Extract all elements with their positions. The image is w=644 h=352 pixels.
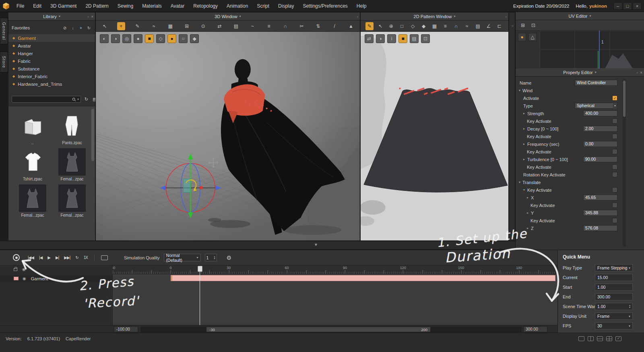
- show-silhouette-icon[interactable]: ◑: [376, 34, 385, 43]
- select-type[interactable]: Spherical▾: [575, 103, 617, 109]
- username[interactable]: yukinon: [589, 4, 607, 8]
- input-scene-time-warp[interactable]: 1.00▴▾: [595, 303, 633, 310]
- menu-item-2d-pattern[interactable]: 2D Pattern: [81, 0, 113, 12]
- app-logo-icon[interactable]: [0, 0, 12, 12]
- library-item-hardware-and-trims[interactable]: ◆Hardware_and_Trims: [8, 80, 95, 88]
- select-fps[interactable]: 30▾: [595, 322, 633, 329]
- uv-transform-tool-icon[interactable]: ⊞: [519, 21, 527, 29]
- pin-icon[interactable]: ▫: [637, 70, 638, 75]
- checkbox-key-activate[interactable]: [612, 118, 617, 124]
- expand-icon[interactable]: ▸: [527, 211, 531, 215]
- expand-icon[interactable]: ▸: [523, 157, 527, 161]
- menu-item-materials[interactable]: Materials: [138, 0, 166, 12]
- expand-icon[interactable]: ▸: [527, 196, 531, 199]
- spin-down-icon[interactable]: ▾: [214, 258, 215, 260]
- trace-tool-icon[interactable]: ∩: [452, 22, 460, 30]
- track-color-swatch[interactable]: [14, 277, 19, 280]
- refresh-icon[interactable]: ↻: [83, 96, 89, 102]
- spin-down-icon[interactable]: ▾: [629, 306, 630, 309]
- layout-current-icon[interactable]: [615, 336, 621, 341]
- uv-plane-icon[interactable]: △: [528, 33, 537, 41]
- mesh-view-icon[interactable]: ◎: [122, 34, 131, 43]
- uv-canvas[interactable]: 1: [540, 31, 644, 68]
- go-to-start-button[interactable]: |◀◀: [28, 255, 34, 260]
- layout-two-pane-icon[interactable]: [588, 336, 594, 341]
- textured-avatar-view-icon[interactable]: ●: [167, 34, 176, 43]
- capture-icon[interactable]: [101, 255, 108, 260]
- expand-icon[interactable]: ▸: [523, 112, 527, 115]
- garment-track-bar[interactable]: [171, 275, 555, 281]
- monochrome-avatar-view-icon[interactable]: ○: [179, 34, 188, 43]
- timeline-ruler[interactable]: -300306090120150180: [113, 265, 557, 274]
- transform-gizmo-tool-icon[interactable]: +: [117, 22, 125, 30]
- range-start-input[interactable]: -100.00: [114, 326, 138, 332]
- pin-tool-icon[interactable]: ⊙: [199, 22, 207, 30]
- menu-item-retopology[interactable]: Retopology: [189, 0, 222, 12]
- search-box[interactable]: ▾: [12, 96, 81, 103]
- chevron-down-icon[interactable]: ▾: [59, 14, 60, 18]
- pin-icon[interactable]: ▫: [88, 14, 89, 19]
- measure-tool-icon[interactable]: ≡: [265, 22, 273, 30]
- sync-icon[interactable]: ↻: [86, 25, 92, 31]
- layout-horizontal-split-icon[interactable]: [597, 336, 603, 341]
- collapse-panel-icon[interactable]: ▼: [314, 242, 318, 247]
- slash-tool-icon[interactable]: /: [330, 22, 339, 30]
- loop-playback-button[interactable]: ↻: [75, 255, 78, 260]
- library-thumbnail[interactable]: Femal...zpac: [14, 184, 51, 217]
- playhead-handle[interactable]: [198, 266, 202, 272]
- expand-arrow-icon[interactable]: →: [510, 23, 514, 240]
- record-button[interactable]: [13, 254, 20, 261]
- step-size-input[interactable]: 1 ▴▾: [205, 254, 217, 261]
- checkbox-activate[interactable]: ✓: [612, 95, 617, 101]
- dart-tool-icon[interactable]: ◆: [420, 22, 428, 30]
- download-icon[interactable]: ↓: [70, 25, 76, 31]
- eye-icon[interactable]: ◉: [22, 267, 26, 271]
- menu-item-animation[interactable]: Animation: [222, 0, 252, 12]
- transform-pattern-tool-icon[interactable]: ✎: [365, 22, 374, 30]
- pin-icon[interactable]: ▫: [505, 14, 507, 19]
- library-thumbnail[interactable]: Tshirt.zpac: [14, 148, 51, 181]
- thick-textured-view-icon[interactable]: ●: [134, 34, 142, 43]
- playback-speed-button[interactable]: 1X: [84, 255, 88, 260]
- pattern-info-icon[interactable]: i: [387, 34, 396, 43]
- chevron-down-icon[interactable]: ▾: [239, 14, 241, 18]
- input-frequency-sec[interactable]: 0.00: [583, 141, 617, 147]
- close-icon[interactable]: ×: [91, 14, 93, 19]
- menu-item-display[interactable]: Display: [274, 0, 298, 12]
- angle-tool-icon[interactable]: ∠: [485, 22, 493, 30]
- avatar-pose-tool-icon[interactable]: ▲: [347, 22, 355, 30]
- add-point-tool-icon[interactable]: ⊕: [387, 22, 395, 30]
- pen-3d-tool-icon[interactable]: ✎: [134, 22, 142, 30]
- library-item-interior-fabric[interactable]: ◆Interior_Fabric: [8, 72, 95, 80]
- checkbox-rotation-key-activate[interactable]: [612, 172, 617, 177]
- shaded-surface-view-icon[interactable]: ◐: [100, 34, 109, 43]
- edit-pattern-tool-icon[interactable]: ↖: [376, 22, 384, 30]
- textured-surface-view-icon[interactable]: ◑: [111, 34, 120, 43]
- updown-arrange-icon[interactable]: ⇅: [314, 22, 322, 30]
- go-to-end-button[interactable]: ▶▶|: [64, 255, 70, 260]
- uv-stamp-tool-icon[interactable]: ⊡: [529, 21, 537, 29]
- uv-sphere-icon[interactable]: ●: [518, 33, 526, 41]
- show-base-line-icon[interactable]: ▤: [410, 34, 419, 43]
- magnet-tool-icon[interactable]: ∩: [281, 22, 289, 30]
- spinner-arrows[interactable]: ▴▾: [629, 304, 630, 309]
- menu-item-3d-garment[interactable]: 3D Garment: [46, 0, 81, 12]
- input-x[interactable]: 45.65: [583, 195, 617, 201]
- arrangement-points-icon[interactable]: ⊞: [183, 22, 191, 30]
- collapse-icon[interactable]: ▾: [523, 188, 527, 192]
- select-play-type[interactable]: Frame Stepping▾: [595, 264, 633, 271]
- show-3d-pattern-icon[interactable]: ■: [145, 34, 154, 43]
- sync-2d-icon[interactable]: ⇄: [365, 34, 374, 43]
- spinner-arrows[interactable]: ▴▾: [214, 256, 215, 260]
- input-strength[interactable]: 400.00: [583, 110, 617, 116]
- minimize-button[interactable]: –: [613, 2, 622, 10]
- expand-icon[interactable]: ▸: [527, 226, 531, 230]
- grading-tool-icon[interactable]: ▦: [430, 22, 438, 30]
- add-favorite-icon[interactable]: +: [78, 25, 84, 31]
- show-pressure-icon[interactable]: ◆: [190, 34, 199, 43]
- previous-frame-button[interactable]: |◀: [39, 255, 42, 260]
- track-row-garment[interactable]: ◉ Garment: [0, 275, 112, 282]
- library-item-substance[interactable]: ◆Substance: [8, 65, 95, 72]
- 2d-pattern-canvas[interactable]: [361, 32, 508, 240]
- menu-item-script[interactable]: Script: [252, 0, 274, 12]
